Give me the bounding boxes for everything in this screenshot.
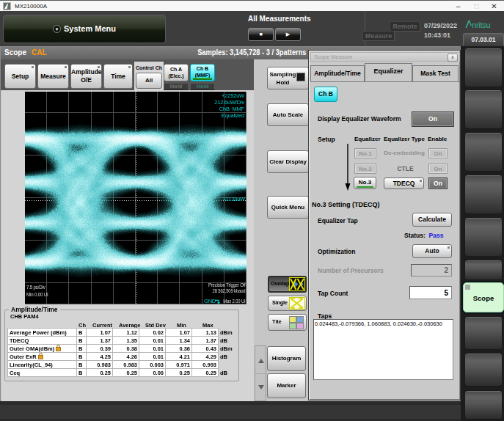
svg-text:nritsu: nritsu	[472, 21, 490, 29]
